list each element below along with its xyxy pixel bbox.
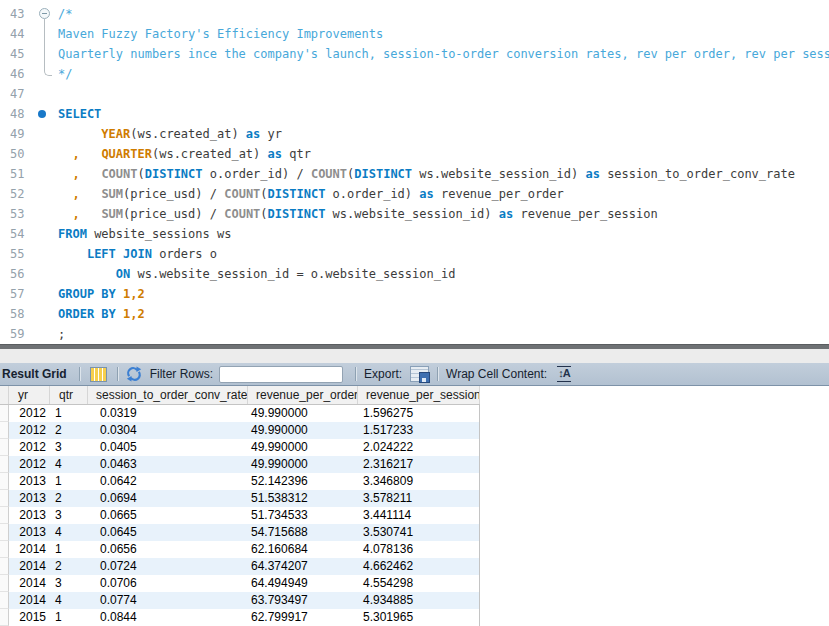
cell-qtr[interactable]: 3	[50, 439, 88, 456]
fold-collapse-icon[interactable]	[36, 4, 58, 24]
cell-revenue_per_session[interactable]: 3.530741	[358, 524, 480, 541]
cell-revenue_per_session[interactable]: 3.346809	[358, 473, 480, 490]
table-row[interactable]: 201320.069451.5383123.578211	[0, 490, 480, 507]
filter-rows-input[interactable]	[219, 366, 343, 383]
cell-qtr[interactable]: 2	[50, 422, 88, 439]
table-row[interactable]: 201430.070664.4949494.554298	[0, 575, 480, 592]
code-line[interactable]: 45Quarterly numbers ince the company's l…	[0, 44, 829, 64]
cell-session_to_order_conv_rate[interactable]: 0.0665	[88, 507, 248, 524]
code-line[interactable]: 44Maven Fuzzy Factory's Efficiency Impro…	[0, 24, 829, 44]
cell-yr[interactable]: 2012	[9, 456, 50, 473]
cell-yr[interactable]: 2012	[9, 439, 50, 456]
row-selector[interactable]	[0, 609, 9, 626]
code-line[interactable]: 43/*	[0, 4, 829, 24]
cell-yr[interactable]: 2015	[9, 609, 50, 626]
code-line[interactable]: 58ORDER BY 1,2	[0, 304, 829, 324]
cell-yr[interactable]: 2013	[9, 524, 50, 541]
cell-qtr[interactable]: 4	[50, 456, 88, 473]
code-line[interactable]: 59;	[0, 324, 829, 344]
cell-qtr[interactable]: 4	[50, 524, 88, 541]
column-header-session_to_order_conv_rate[interactable]: session_to_order_conv_rate	[88, 386, 248, 404]
cell-revenue_per_order[interactable]: 54.715688	[248, 524, 358, 541]
cell-session_to_order_conv_rate[interactable]: 0.0656	[88, 541, 248, 558]
cell-yr[interactable]: 2014	[9, 541, 50, 558]
cell-session_to_order_conv_rate[interactable]: 0.0405	[88, 439, 248, 456]
cell-session_to_order_conv_rate[interactable]: 0.0642	[88, 473, 248, 490]
cell-session_to_order_conv_rate[interactable]: 0.0694	[88, 490, 248, 507]
export-recordset-icon[interactable]	[410, 366, 429, 382]
cell-qtr[interactable]: 4	[50, 592, 88, 609]
refresh-icon[interactable]	[126, 366, 142, 382]
cell-revenue_per_order[interactable]: 62.799917	[248, 609, 358, 626]
code-line[interactable]: 54FROM website_sessions ws	[0, 224, 829, 244]
cell-session_to_order_conv_rate[interactable]: 0.0319	[88, 405, 248, 422]
row-selector[interactable]	[0, 422, 9, 439]
cell-revenue_per_session[interactable]: 4.554298	[358, 575, 480, 592]
cell-session_to_order_conv_rate[interactable]: 0.0774	[88, 592, 248, 609]
cell-session_to_order_conv_rate[interactable]: 0.0724	[88, 558, 248, 575]
row-selector[interactable]	[0, 541, 9, 558]
table-row[interactable]: 201340.064554.7156883.530741	[0, 524, 480, 541]
code-line[interactable]: 46*/	[0, 64, 829, 84]
cell-revenue_per_session[interactable]: 4.662462	[358, 558, 480, 575]
table-row[interactable]: 201510.084462.7999175.301965	[0, 609, 480, 626]
code-line[interactable]: 48SELECT	[0, 104, 829, 124]
cell-revenue_per_order[interactable]: 64.494949	[248, 575, 358, 592]
wrap-cell-content-icon[interactable]	[557, 366, 570, 382]
cell-yr[interactable]: 2014	[9, 558, 50, 575]
cell-revenue_per_order[interactable]: 49.990000	[248, 439, 358, 456]
table-row[interactable]: 201310.064252.1423963.346809	[0, 473, 480, 490]
table-row[interactable]: 201410.065662.1606844.078136	[0, 541, 480, 558]
cell-qtr[interactable]: 1	[50, 473, 88, 490]
cell-qtr[interactable]: 1	[50, 405, 88, 422]
cell-session_to_order_conv_rate[interactable]: 0.0463	[88, 456, 248, 473]
cell-qtr[interactable]: 3	[50, 507, 88, 524]
code-line[interactable]: 57GROUP BY 1,2	[0, 284, 829, 304]
column-header-revenue_per_order[interactable]: revenue_per_order	[248, 386, 358, 404]
cell-yr[interactable]: 2012	[9, 422, 50, 439]
row-selector[interactable]	[0, 456, 9, 473]
cell-revenue_per_order[interactable]: 49.990000	[248, 422, 358, 439]
sql-editor[interactable]: 43/*44Maven Fuzzy Factory's Efficiency I…	[0, 0, 829, 344]
row-selector-header[interactable]	[0, 386, 9, 404]
cell-revenue_per_order[interactable]: 63.793497	[248, 592, 358, 609]
cell-revenue_per_session[interactable]: 2.316217	[358, 456, 480, 473]
cell-qtr[interactable]: 2	[50, 490, 88, 507]
table-row[interactable]: 201220.030449.9900001.517233	[0, 422, 480, 439]
cell-revenue_per_order[interactable]: 51.538312	[248, 490, 358, 507]
cell-session_to_order_conv_rate[interactable]: 0.0706	[88, 575, 248, 592]
cell-qtr[interactable]: 2	[50, 558, 88, 575]
cell-yr[interactable]: 2014	[9, 575, 50, 592]
cell-revenue_per_session[interactable]: 3.578211	[358, 490, 480, 507]
row-selector[interactable]	[0, 524, 9, 541]
cell-revenue_per_session[interactable]: 1.596275	[358, 405, 480, 422]
cell-revenue_per_session[interactable]: 5.301965	[358, 609, 480, 626]
cell-yr[interactable]: 2012	[9, 405, 50, 422]
row-selector[interactable]	[0, 473, 9, 490]
cell-yr[interactable]: 2013	[9, 473, 50, 490]
grid-view-icon[interactable]	[90, 367, 107, 382]
table-row[interactable]: 201440.077463.7934974.934885	[0, 592, 480, 609]
code-line[interactable]: 53 , SUM(price_usd) / COUNT(DISTINCT ws.…	[0, 204, 829, 224]
cell-qtr[interactable]: 1	[50, 609, 88, 626]
row-selector[interactable]	[0, 575, 9, 592]
table-row[interactable]: 201420.072464.3742074.662462	[0, 558, 480, 575]
code-line[interactable]: 50 , QUARTER(ws.created_at) as qtr	[0, 144, 829, 164]
code-line[interactable]: 52 , SUM(price_usd) / COUNT(DISTINCT o.o…	[0, 184, 829, 204]
column-header-yr[interactable]: yr	[9, 386, 50, 404]
code-line[interactable]: 47	[0, 84, 829, 104]
cell-revenue_per_session[interactable]: 1.517233	[358, 422, 480, 439]
table-row[interactable]: 201330.066551.7345333.441114	[0, 507, 480, 524]
row-selector[interactable]	[0, 490, 9, 507]
cell-revenue_per_order[interactable]: 62.160684	[248, 541, 358, 558]
cell-revenue_per_session[interactable]: 4.934885	[358, 592, 480, 609]
cell-revenue_per_order[interactable]: 49.990000	[248, 456, 358, 473]
row-selector[interactable]	[0, 558, 9, 575]
cell-yr[interactable]: 2013	[9, 490, 50, 507]
cell-revenue_per_session[interactable]: 2.024222	[358, 439, 480, 456]
row-selector[interactable]	[0, 507, 9, 524]
table-row[interactable]: 201230.040549.9900002.024222	[0, 439, 480, 456]
cell-qtr[interactable]: 3	[50, 575, 88, 592]
cell-session_to_order_conv_rate[interactable]: 0.0645	[88, 524, 248, 541]
row-selector[interactable]	[0, 405, 9, 422]
